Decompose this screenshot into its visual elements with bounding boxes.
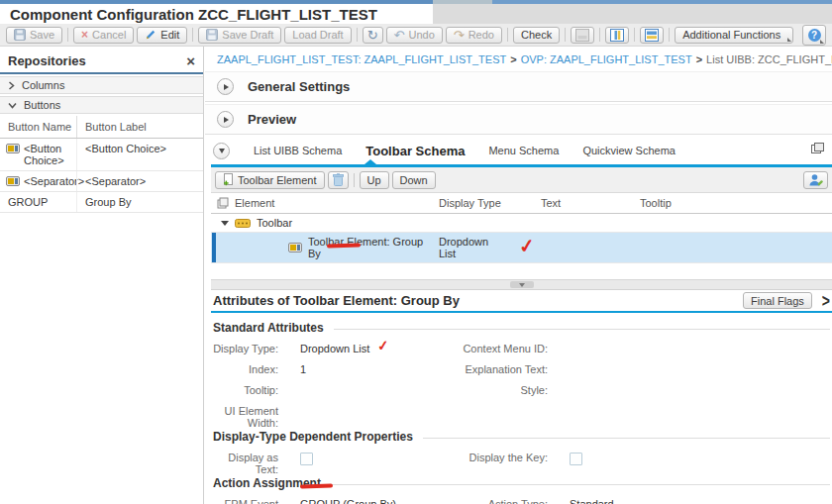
check-button[interactable]: Check [513,27,560,44]
chevron-down-icon [8,102,17,109]
ui-element-width-value [288,401,456,422]
tab-quickview-schema[interactable]: Quickview Schema [582,145,676,156]
layout-horizontal-split-icon [645,29,659,42]
display-type-properties-grid: Display as Text: Display the Key: [211,448,832,468]
column-header-element: Element [235,197,274,209]
save-draft-label: Save Draft [222,29,273,41]
redo-icon: ↷ [454,29,465,42]
table-row[interactable]: GROUP Group By [0,192,203,213]
cancel-button[interactable]: × Cancel [73,27,134,44]
table-row[interactable]: <Button Choice> <Button Choice> [0,139,203,171]
final-flags-label: Final Flags [751,295,804,307]
breadcrumb-separator: > [696,53,702,65]
context-menu-id-label: Context Menu ID: [456,339,558,359]
column-header-button-name: Button Name [0,116,76,138]
additional-functions-label: Additional Functions [682,29,780,41]
toolbar-separator [507,28,508,42]
button-choice-icon [6,144,20,153]
column-header-display-type: Display Type [439,197,501,209]
tab-list-uibb-schema[interactable]: List UIBB Schema [254,145,342,156]
redo-button[interactable]: ↷ Redo [446,27,502,44]
horizontal-splitter[interactable] [211,279,832,290]
group-rule [423,438,830,439]
save-button[interactable]: Save [6,27,62,44]
attributes-header: Attributes of Toolbar Element: Group By … [205,290,832,311]
additional-functions-button[interactable]: Additional Functions [675,27,793,44]
expanded-caret-icon[interactable] [221,221,229,226]
button-name: <Button Choice> [24,143,72,166]
undo-button[interactable]: ↶ Undo [386,27,443,44]
section-title: General Settings [248,79,350,94]
table-row[interactable]: <Separator> <Separator> [0,171,203,192]
trash-icon [333,173,344,186]
selected-tab-underline [211,164,832,167]
columns-section-header[interactable]: Columns [0,76,203,94]
layout-single-icon [575,29,589,42]
display-the-key-checkbox[interactable] [570,453,582,465]
buttons-section-header[interactable]: Buttons [0,96,203,114]
toolbar-group-row[interactable]: Toolbar [211,214,832,233]
load-draft-label: Load Draft [292,29,343,41]
breadcrumb-link[interactable]: ZAAPL_FLIGHT_LIST_TEST: ZAAPL_FLIGHT_LIS… [217,53,506,65]
collapse-button[interactable] [213,143,230,159]
editor-panel: ZAAPL_FLIGHT_LIST_TEST: ZAAPL_FLIGHT_LIS… [205,47,832,504]
new-element-icon [223,173,234,186]
display-type-label: Display Type: [211,339,288,359]
table-empty-area [205,263,832,279]
save-draft-button[interactable]: Save Draft [198,27,281,44]
component-configuration-window: Component Configuration ZCC_FLIGHT_LIST_… [0,0,832,504]
breadcrumb-separator: > [510,53,516,65]
group-title: Standard Attributes [213,321,324,335]
help-button[interactable]: ? [802,25,826,46]
explanation-text-label: Explanation Text: [456,359,558,380]
tab-toolbar-schema[interactable]: Toolbar Schema [365,144,465,158]
section-title: Preview [248,112,296,127]
tab-menu-schema[interactable]: Menu Schema [488,145,559,156]
refresh-icon: ↻ [367,29,378,42]
content-area: Repositories × Columns Buttons Button Na… [0,47,832,504]
edit-pencil-icon [145,29,156,41]
refresh-button[interactable]: ↻ [363,27,383,44]
move-down-button[interactable]: Down [392,171,436,189]
style-label: Style: [456,380,558,401]
schema-table-header: Element Display Type Text Tooltip [211,193,832,214]
display-type-properties-group: Display-Type Dependent Properties [211,430,832,444]
personalize-button[interactable] [803,171,828,189]
layout-vertical-split-button[interactable] [605,27,629,44]
load-draft-button[interactable]: Load Draft [284,27,351,44]
next-chevron-icon[interactable]: > [822,291,830,311]
explanation-text-value [558,359,832,380]
menu-corner-icon [820,40,824,44]
expand-button[interactable] [217,78,234,95]
breadcrumb: ZAAPL_FLIGHT_LIST_TEST: ZAAPL_FLIGHT_LIS… [205,47,832,71]
action-assignment-grid: FPM Event ID: GROUP (Group By) Action Ty… [211,494,832,504]
layout-horizontal-split-button[interactable] [640,27,664,44]
detach-panel-icon[interactable] [811,143,824,153]
add-toolbar-element-button[interactable]: Toolbar Element [215,171,325,189]
toolbar-element-row-selected[interactable]: Toolbar Element: Group By Dropdown List … [211,233,832,263]
menu-corner-icon [787,38,791,42]
buttons-repository-table: Button Name Button Label <Button Choice>… [0,116,203,213]
delete-button[interactable] [328,171,349,189]
columns-section-label: Columns [22,79,64,91]
final-flags-button[interactable]: Final Flags [743,292,812,309]
selection-bar [212,233,216,262]
expand-button[interactable] [217,111,234,128]
edit-button[interactable]: Edit [137,27,187,44]
close-icon[interactable]: × [186,56,195,66]
display-as-text-label: Display as Text: [211,448,288,468]
breadcrumb-link[interactable]: OVP: ZAAPL_FLIGHT_LIST_TEST [521,53,692,65]
display-as-text-checkbox[interactable] [300,453,313,465]
layout-vertical-split-icon [610,29,624,42]
preview-section[interactable]: Preview [205,104,832,135]
general-settings-section[interactable]: General Settings [205,71,832,102]
standard-attributes-group: Standard Attributes [211,321,832,335]
group-row-label: Toolbar [257,217,292,229]
splitter-handle-icon[interactable] [510,281,534,288]
triangle-down-icon [219,149,225,153]
annotation-check-icon: ✓ [518,234,536,258]
hierarchy-icon [217,197,229,209]
move-up-button[interactable]: Up [360,171,389,189]
layout-single-button[interactable] [571,27,594,44]
ui-element-width-label: UI Element Width: [211,401,288,422]
